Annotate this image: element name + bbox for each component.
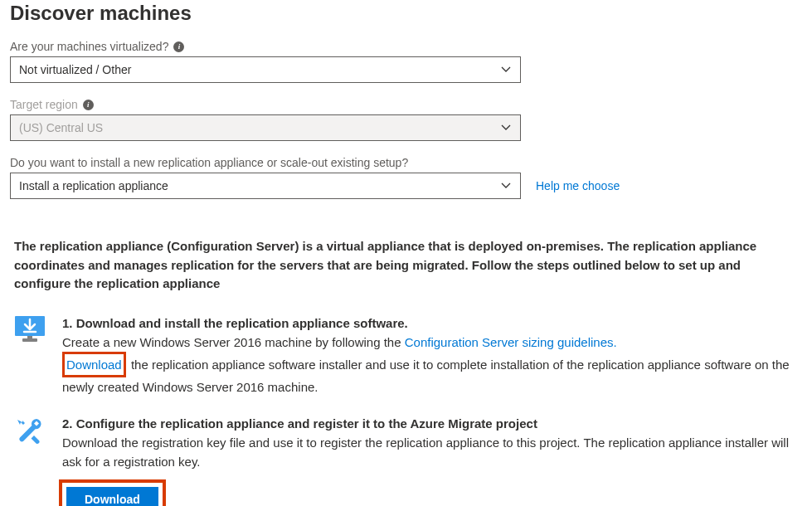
step-2: 2. Configure the replication appliance a… <box>14 414 798 507</box>
appliance-field: Do you want to install a new replication… <box>10 156 802 199</box>
intro-text: The replication appliance (Configuration… <box>14 237 798 294</box>
download-link-highlight: Download <box>62 352 126 377</box>
appliance-label: Do you want to install a new replication… <box>10 156 802 169</box>
configure-tools-icon <box>14 416 47 507</box>
appliance-value: Install a replication appliance <box>19 179 168 192</box>
sizing-guidelines-link[interactable]: Configuration Server sizing guidelines. <box>405 335 617 349</box>
download-button[interactable]: Download <box>66 487 158 506</box>
step-1-line-a: Create a new Windows Server 2016 machine… <box>62 333 798 352</box>
virtualized-value: Not virtualized / Other <box>19 63 131 76</box>
appliance-select[interactable]: Install a replication appliance <box>10 173 521 199</box>
help-me-choose-link[interactable]: Help me choose <box>536 179 620 192</box>
appliance-label-text: Do you want to install a new replication… <box>10 156 408 169</box>
virtualized-label: Are your machines virtualized? i <box>10 40 802 53</box>
info-icon[interactable]: i <box>173 41 184 52</box>
step-1-heading: 1. Download and install the replication … <box>62 314 798 333</box>
info-icon[interactable]: i <box>83 100 94 110</box>
region-value: (US) Central US <box>19 121 103 134</box>
step-2-heading: 2. Configure the replication appliance a… <box>62 414 798 433</box>
svg-rect-2 <box>27 336 32 339</box>
step-1-text-b: the replication appliance software insta… <box>62 358 790 394</box>
download-monitor-icon <box>14 315 47 397</box>
region-select: (US) Central US <box>10 114 521 141</box>
page-title: Discover machines <box>10 2 802 25</box>
step-1-text-a: Create a new Windows Server 2016 machine… <box>62 335 405 349</box>
region-label: Target region i <box>10 98 802 111</box>
virtualized-label-text: Are your machines virtualized? <box>10 40 168 53</box>
download-button-highlight: Download <box>59 479 166 506</box>
region-field: Target region i (US) Central US <box>10 98 802 141</box>
download-software-link[interactable]: Download <box>66 355 122 374</box>
step-1: 1. Download and install the replication … <box>14 314 798 397</box>
step-1-line-b: Download the replication appliance softw… <box>62 352 798 397</box>
step-2-text: Download the registration key file and u… <box>62 433 798 472</box>
virtualized-field: Are your machines virtualized? i Not vir… <box>10 40 802 83</box>
region-label-text: Target region <box>10 98 78 111</box>
virtualized-select[interactable]: Not virtualized / Other <box>10 56 521 83</box>
